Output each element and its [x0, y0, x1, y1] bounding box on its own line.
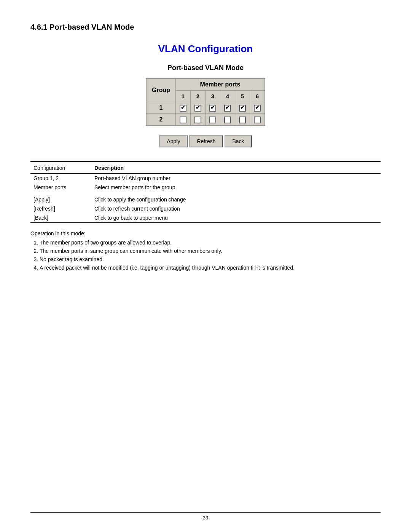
- checkbox-g2-p2[interactable]: [191, 114, 206, 126]
- checkbox-g1-p3[interactable]: [206, 102, 220, 114]
- config-item-2: [Apply]: [30, 192, 91, 204]
- port-2-header: 2: [191, 91, 206, 102]
- checkbox-g1-p6[interactable]: [250, 102, 265, 114]
- checkbox-g2-p3[interactable]: [206, 114, 220, 126]
- checkbox-icon-g2-p5[interactable]: [239, 117, 246, 123]
- group-header: Group: [146, 78, 176, 102]
- checkbox-icon-g2-p2[interactable]: [194, 117, 201, 123]
- operation-item-3: No packet tag is examined.: [40, 256, 381, 262]
- operation-list: The member ports of two groups are allow…: [40, 240, 381, 271]
- checkbox-icon-g1-p6[interactable]: [254, 105, 261, 112]
- port-1-header: 1: [176, 91, 191, 102]
- checkbox-icon-g2-p6[interactable]: [254, 117, 261, 123]
- mode-title: Port-based VLAN Mode: [30, 64, 381, 72]
- port-5-header: 5: [235, 91, 250, 102]
- vlan-title: VLAN Configuration: [30, 43, 381, 55]
- section-heading: 4.6.1 Port-based VLAN Mode: [30, 23, 381, 32]
- vlan-table-wrapper: Group Member ports 1 2 3 4 5 6 12: [30, 78, 381, 126]
- group-row-1: 1: [146, 102, 176, 114]
- config-col-header: Configuration: [30, 162, 91, 174]
- checkbox-g2-p4[interactable]: [220, 114, 235, 126]
- description-item-0: Port-based VLAN group number: [91, 174, 381, 183]
- checkbox-icon-g1-p3[interactable]: [209, 105, 216, 112]
- apply-button[interactable]: Apply: [159, 135, 188, 147]
- config-description-table: Configuration Description Group 1, 2Port…: [30, 161, 381, 222]
- buttons-area: Apply Refresh Back: [30, 135, 381, 147]
- description-item-4: Click to go back to upper menu: [91, 213, 381, 222]
- checkbox-icon-g1-p2[interactable]: [194, 105, 201, 112]
- checkbox-icon-g2-p1[interactable]: [180, 117, 186, 123]
- config-item-1: Member ports: [30, 183, 91, 192]
- description-item-3: Click to refresh current configuration: [91, 204, 381, 213]
- page-footer: -33-: [30, 512, 381, 521]
- checkbox-icon-g1-p1[interactable]: [180, 105, 186, 112]
- checkbox-g2-p6[interactable]: [250, 114, 265, 126]
- page-number: -33-: [201, 515, 210, 521]
- operation-section: Operation in this mode: The member ports…: [30, 223, 381, 277]
- operation-item-1: The member ports of two groups are allow…: [40, 240, 381, 246]
- port-4-header: 4: [220, 91, 235, 102]
- operation-item-2: The member ports in same group can commu…: [40, 248, 381, 254]
- description-item-2: Click to apply the configuration change: [91, 192, 381, 204]
- operation-intro: Operation in this mode:: [30, 230, 381, 236]
- operation-item-4: A received packet will not be modified (…: [40, 265, 381, 271]
- checkbox-g1-p5[interactable]: [235, 102, 250, 114]
- description-col-header: Description: [91, 162, 381, 174]
- member-ports-header: Member ports: [176, 78, 265, 91]
- group-row-2: 2: [146, 114, 176, 126]
- checkbox-icon-g1-p5[interactable]: [239, 105, 246, 112]
- config-item-0: Group 1, 2: [30, 174, 91, 183]
- checkbox-g1-p2[interactable]: [191, 102, 206, 114]
- description-item-1: Select member ports for the group: [91, 183, 381, 192]
- page-container: 4.6.1 Port-based VLAN Mode VLAN Configur…: [0, 0, 411, 300]
- port-6-header: 6: [250, 91, 265, 102]
- checkbox-g2-p1[interactable]: [176, 114, 191, 126]
- port-3-header: 3: [206, 91, 220, 102]
- checkbox-icon-g1-p4[interactable]: [224, 105, 231, 112]
- config-item-3: [Refresh]: [30, 204, 91, 213]
- checkbox-g2-p5[interactable]: [235, 114, 250, 126]
- refresh-button[interactable]: Refresh: [189, 135, 223, 147]
- back-button[interactable]: Back: [225, 135, 252, 147]
- checkbox-g1-p4[interactable]: [220, 102, 235, 114]
- checkbox-icon-g2-p4[interactable]: [224, 117, 231, 123]
- config-item-4: [Back]: [30, 213, 91, 222]
- checkbox-icon-g2-p3[interactable]: [209, 117, 216, 123]
- checkbox-g1-p1[interactable]: [176, 102, 191, 114]
- vlan-config-table: Group Member ports 1 2 3 4 5 6 12: [146, 78, 265, 126]
